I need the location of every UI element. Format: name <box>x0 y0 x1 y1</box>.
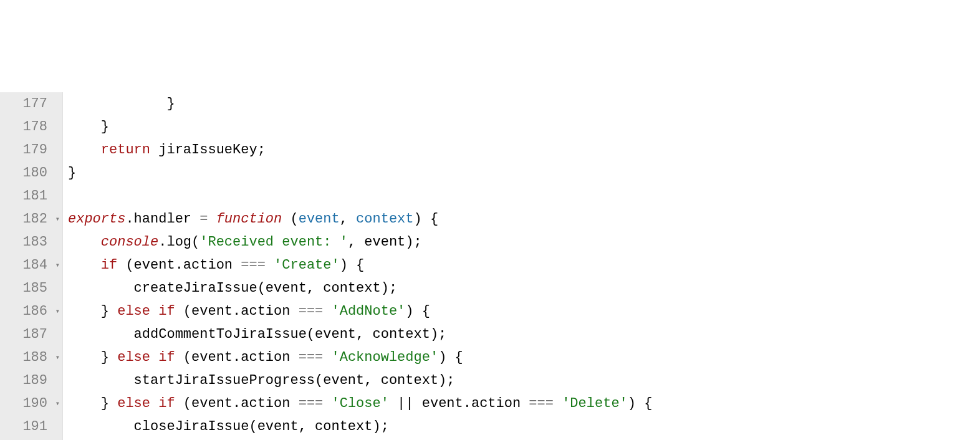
code-token: ) { <box>438 350 463 365</box>
code-token: } <box>68 96 175 112</box>
code-token: 'AddNote' <box>332 304 406 319</box>
line-number: 183 <box>22 234 47 250</box>
line-number: 191 <box>22 419 47 434</box>
code-content[interactable]: } else if (event.action === 'Close' || e… <box>63 392 652 415</box>
code-token: 'Close' <box>332 396 389 411</box>
line-number-gutter[interactable]: 186▾ <box>0 300 63 323</box>
code-token: return <box>101 142 150 158</box>
line-number-gutter[interactable]: 184▾ <box>0 254 63 277</box>
code-content[interactable]: addCommentToJiraIssue(event, context); <box>63 323 446 346</box>
code-token: 'Acknowledge' <box>332 350 439 365</box>
code-token: .handler <box>125 211 199 227</box>
code-token: 'Received event: ' <box>199 234 348 250</box>
code-line[interactable]: 181 <box>0 184 980 208</box>
code-line[interactable]: 183 console.log('Received event: ', even… <box>0 231 980 254</box>
code-token: ) { <box>405 304 430 319</box>
code-token: ) { <box>628 396 653 411</box>
code-token <box>150 304 158 319</box>
code-token: (event.action <box>175 304 299 319</box>
code-line[interactable]: 187 addCommentToJiraIssue(event, context… <box>0 323 980 346</box>
code-line[interactable]: 186▾ } else if (event.action === 'AddNot… <box>0 300 980 323</box>
line-number-gutter[interactable]: 182▾ <box>0 208 63 231</box>
code-content[interactable]: closeJiraIssue(event, context); <box>63 415 389 438</box>
code-line[interactable]: 189 startJiraIssueProgress(event, contex… <box>0 369 980 392</box>
code-line[interactable]: 184▾ if (event.action === 'Create') { <box>0 254 980 277</box>
code-token: function <box>216 211 282 227</box>
line-number-gutter[interactable]: 181 <box>0 184 63 208</box>
line-number: 182 <box>22 211 47 227</box>
code-line[interactable]: 185 createJiraIssue(event, context); <box>0 277 980 300</box>
code-content[interactable]: console.log('Received event: ', event); <box>63 231 422 254</box>
line-number: 185 <box>22 280 47 296</box>
code-token: else <box>117 350 150 365</box>
code-token: , <box>340 211 356 227</box>
code-token: (event.action <box>175 396 299 411</box>
code-content[interactable]: } else if (event.action === 'Acknowledge… <box>63 346 463 369</box>
code-token: jiraIssueKey; <box>150 142 266 158</box>
line-number-gutter[interactable]: 185 <box>0 277 63 300</box>
line-number: 181 <box>22 188 47 204</box>
line-number-gutter[interactable]: 177 <box>0 92 63 115</box>
line-number-gutter[interactable]: 187 <box>0 323 63 346</box>
code-token <box>68 142 101 158</box>
code-token: === <box>299 350 324 365</box>
code-line[interactable]: 178 } <box>0 115 980 138</box>
line-number-gutter[interactable]: 190▾ <box>0 392 63 415</box>
code-token: exports <box>68 211 125 227</box>
line-number-gutter[interactable]: 188▾ <box>0 346 63 369</box>
code-token: createJiraIssue(event, context); <box>68 280 397 296</box>
code-line[interactable]: 179 return jiraIssueKey; <box>0 138 980 161</box>
code-token <box>68 257 101 273</box>
line-number-gutter[interactable]: 179 <box>0 138 63 161</box>
code-content[interactable]: createJiraIssue(event, context); <box>63 277 397 300</box>
code-token: } <box>68 304 117 319</box>
line-number: 184 <box>22 257 47 273</box>
line-number-gutter[interactable]: 191 <box>0 415 63 438</box>
line-number-gutter[interactable]: 189 <box>0 369 63 392</box>
code-content[interactable]: exports.handler = function (event, conte… <box>63 208 438 231</box>
line-number: 177 <box>22 96 47 112</box>
code-token: startJiraIssueProgress(event, context); <box>68 373 455 388</box>
code-line[interactable]: 191 closeJiraIssue(event, context); <box>0 415 980 438</box>
code-editor[interactable]: 177 }178 }179 return jiraIssueKey;180}18… <box>0 92 980 440</box>
code-line[interactable]: 177 } <box>0 92 980 115</box>
code-token <box>150 396 158 411</box>
code-token: === <box>299 396 324 411</box>
code-token: event <box>299 211 340 227</box>
line-number-gutter[interactable]: 178 <box>0 115 63 138</box>
code-token: = <box>199 211 208 227</box>
code-content[interactable]: } else if (event.action === 'AddNote') { <box>63 300 430 323</box>
code-token: if <box>158 396 175 411</box>
fold-toggle-icon[interactable]: ▾ <box>55 262 60 269</box>
code-token: (event.action <box>117 257 241 273</box>
code-content[interactable]: startJiraIssueProgress(event, context); <box>63 369 455 392</box>
code-content[interactable]: return jiraIssueKey; <box>63 138 266 161</box>
code-token: } <box>68 396 117 411</box>
line-number: 180 <box>22 165 47 181</box>
code-token: .log( <box>158 234 199 250</box>
code-line[interactable]: 180} <box>0 161 980 184</box>
line-number: 187 <box>22 327 47 342</box>
line-number: 190 <box>22 396 47 411</box>
code-line[interactable]: 188▾ } else if (event.action === 'Acknow… <box>0 346 980 369</box>
fold-toggle-icon[interactable]: ▾ <box>55 354 60 361</box>
code-token <box>323 304 331 319</box>
code-content[interactable]: } <box>63 115 109 138</box>
fold-toggle-icon[interactable]: ▾ <box>55 216 60 223</box>
code-content[interactable]: if (event.action === 'Create') { <box>63 254 364 277</box>
code-line[interactable]: 182▾exports.handler = function (event, c… <box>0 208 980 231</box>
line-number-gutter[interactable]: 183 <box>0 231 63 254</box>
line-number: 188 <box>22 350 47 365</box>
code-line[interactable]: 190▾ } else if (event.action === 'Close'… <box>0 392 980 415</box>
code-token <box>323 350 331 365</box>
line-number-gutter[interactable]: 180 <box>0 161 63 184</box>
fold-toggle-icon[interactable]: ▾ <box>55 308 60 315</box>
code-token <box>323 396 331 411</box>
code-token: === <box>241 257 266 273</box>
fold-toggle-icon[interactable]: ▾ <box>55 400 60 408</box>
code-token: } <box>68 165 76 181</box>
code-token: 'Delete' <box>562 396 628 411</box>
code-content[interactable]: } <box>63 92 175 115</box>
code-token <box>554 396 562 411</box>
code-content[interactable]: } <box>63 161 76 184</box>
